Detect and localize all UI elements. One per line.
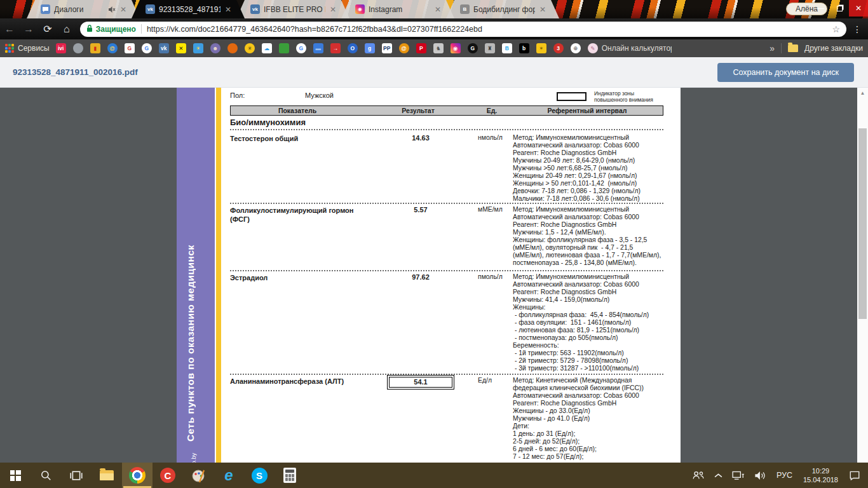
bookmark-online-calculator[interactable]: ✎ Онлайн калькулятор [588, 43, 672, 53]
save-document-button[interactable]: Сохранить документ на диск [717, 63, 854, 82]
back-icon[interactable]: ← [0, 24, 19, 35]
tab-close-icon[interactable]: ✕ [434, 5, 442, 14]
bookmark-star-icon[interactable]: ☆ [832, 24, 840, 34]
test-reference: Метод: Иммунохемилюминисцентный Автомати… [513, 273, 663, 374]
leaf-favicon[interactable] [279, 43, 289, 53]
bookmark-label: Онлайн калькулятор [602, 44, 672, 53]
instagram-icon: ◉ [355, 4, 365, 14]
file-explorer-button[interactable] [92, 463, 122, 488]
weather-favicon[interactable]: ☀ [193, 43, 203, 53]
address-bar[interactable]: Защищено https://vk.com/doc21664779_4636… [80, 22, 846, 37]
other-bookmarks-label[interactable]: Другие закладки [804, 44, 863, 53]
translate-favicon[interactable]: g [365, 43, 375, 53]
ivi-favicon[interactable]: ivi [56, 43, 66, 53]
page-scrollbar[interactable]: ▲ [857, 88, 868, 463]
col-reference: Референтный интервал [512, 107, 663, 114]
b-blue-favicon[interactable]: B [502, 43, 512, 53]
people-icon[interactable] [689, 471, 707, 480]
internet-explorer-button[interactable]: e [214, 463, 244, 488]
taskbar-clock[interactable]: 10:29 15.04.2018 [799, 466, 842, 484]
skype-icon: S [252, 468, 268, 484]
flame-favicon[interactable] [227, 43, 238, 53]
instagram-favicon[interactable]: ◉ [451, 43, 461, 53]
g-red-favicon[interactable]: G [125, 43, 135, 53]
tab-muted-speaker-icon[interactable] [109, 6, 116, 13]
minimize-button[interactable]: — [811, 0, 830, 17]
opera-favicon[interactable]: O [348, 43, 358, 53]
google-2-favicon[interactable]: G [296, 43, 306, 53]
document-page: Сеть пунктов по оказанию медицинск www.s… [177, 88, 681, 463]
g-black-favicon[interactable]: G [468, 43, 478, 53]
search-icon [40, 470, 51, 481]
chat-bubble-icon [41, 4, 50, 14]
volume-icon[interactable] [752, 471, 770, 480]
action-center-icon[interactable] [846, 470, 863, 480]
chrome-taskbar-button[interactable] [122, 463, 153, 488]
test-unit: нмоль/л [478, 134, 513, 203]
test-rows: Тестостерон общий 14.63 нмоль/л Метод: И… [230, 132, 663, 461]
cloud-favicon[interactable]: ☁ [262, 43, 272, 53]
butterfly-favicon[interactable]: ✶ [536, 43, 546, 53]
tab-title: Диалоги [54, 5, 105, 14]
start-button[interactable] [0, 463, 31, 488]
tab-instagram[interactable]: ◉ Instagram ✕ [341, 0, 454, 18]
file-explorer-icon [100, 470, 114, 480]
gray-circle-favicon[interactable] [73, 43, 83, 53]
tab-pdf-document[interactable]: vk 92313528_4871911_0020 ✕ [132, 0, 245, 18]
arrow-red-favicon[interactable]: → [330, 43, 341, 53]
gray-art-favicon[interactable]: ♞ [433, 43, 444, 53]
letterhead-urls: www.synevo.by www.facebook.com/synevo.by [181, 438, 208, 463]
test-unit: мМЕ/мл [478, 206, 513, 270]
paint-button[interactable] [183, 463, 214, 488]
bookmark-services[interactable]: Сервисы [5, 44, 50, 53]
bee-favicon[interactable]: ✳ [245, 43, 255, 53]
letterhead-network-text: Сеть пунктов по оказанию медицинск [185, 88, 201, 442]
close-button[interactable]: ✕ [849, 0, 868, 17]
forward-icon[interactable]: → [19, 24, 38, 35]
reload-icon[interactable]: ⟳ [38, 23, 57, 35]
tab-dialogi[interactable]: Диалоги ✕ [27, 0, 140, 18]
tab-ifbb[interactable]: vk IFBB ELITE PRO Russia ✕ [236, 0, 349, 18]
chrome-menu-icon[interactable]: ⋮ [846, 24, 868, 34]
divider [781, 43, 782, 53]
vk-icon: vk [146, 4, 155, 14]
stamp-gray-favicon[interactable]: ♜ [485, 43, 495, 53]
restore-button[interactable] [830, 0, 849, 17]
scrollbar-thumb[interactable] [858, 128, 867, 319]
tab-close-icon[interactable]: ✕ [329, 5, 337, 14]
ccleaner-button[interactable]: C [153, 463, 183, 488]
globe-favicon[interactable]: ⊕ [571, 43, 581, 53]
tab-forum[interactable]: B Бодибилдинг форум An ✕ [446, 0, 559, 18]
raiffeisen-favicon[interactable]: ✕ [176, 43, 186, 53]
hidden-icons-chevron[interactable] [712, 473, 725, 478]
tab-close-icon[interactable]: ✕ [119, 5, 127, 14]
magnifier-orange-favicon[interactable]: @ [399, 43, 409, 53]
col-indicator: Показатель [231, 107, 364, 114]
tab-close-icon[interactable]: ✕ [539, 5, 546, 14]
ticket-favicon[interactable]: ▮ [90, 43, 100, 53]
vk-favicon[interactable]: vk [159, 43, 169, 53]
card-blue-favicon[interactable]: ▬ [313, 43, 323, 53]
tab-title: Бодибилдинг форум An [473, 5, 535, 14]
language-indicator[interactable]: РУС [774, 471, 795, 480]
home-icon[interactable]: ⌂ [57, 24, 76, 35]
paypal-favicon[interactable]: PP [382, 43, 392, 53]
tab-close-icon[interactable]: ✕ [224, 5, 232, 14]
mail-ru-favicon[interactable]: @ [107, 43, 118, 53]
test-result: 54.1 [363, 377, 478, 461]
avatar-favicon[interactable]: ☻ [210, 43, 220, 53]
task-view-button[interactable] [61, 463, 92, 488]
calculator-button[interactable] [275, 463, 305, 488]
bookmarks-overflow-icon[interactable]: » [770, 43, 775, 53]
taskbar-search-button[interactable] [31, 463, 61, 488]
skype-button[interactable]: S [244, 463, 275, 488]
b-black-favicon[interactable]: b [519, 43, 529, 53]
google-favicon[interactable]: G [142, 43, 152, 53]
forum-icon: B [460, 4, 470, 14]
ccleaner-icon: C [160, 468, 175, 483]
scroll-up-icon[interactable]: ▲ [857, 90, 868, 96]
test-row-fsh: Фолликулостимулирующий гормон (ФСГ) 5.57… [230, 204, 663, 271]
network-icon[interactable] [729, 470, 747, 480]
p-red-favicon[interactable]: P [416, 43, 426, 53]
circle-red-favicon[interactable]: 3 [553, 43, 564, 53]
